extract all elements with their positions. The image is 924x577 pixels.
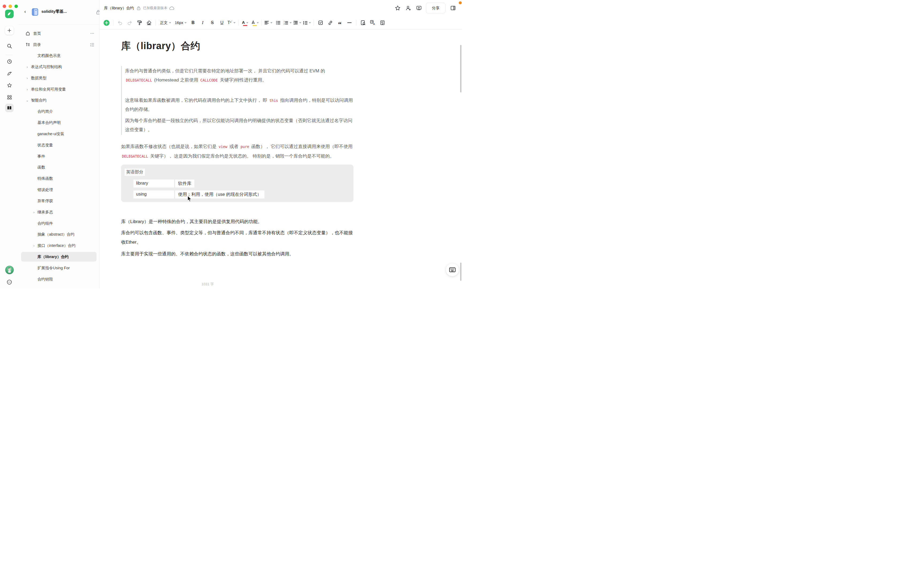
vocab-row: library 软件库 bbox=[133, 179, 194, 187]
scrollbar-thumb[interactable] bbox=[460, 263, 462, 281]
scrollbar-thumb[interactable] bbox=[460, 45, 462, 92]
inline-code: DELEGATECALL bbox=[121, 154, 149, 158]
underline-button[interactable]: U bbox=[217, 18, 227, 27]
font-color-swatch bbox=[243, 25, 247, 26]
sidebar-item-events[interactable]: 事件 bbox=[18, 152, 99, 161]
new-doc-button[interactable] bbox=[5, 26, 14, 35]
sidebar-item-doc-colors[interactable]: 文档颜色示意 bbox=[18, 51, 99, 60]
sidebar-item-home[interactable]: 首页 bbox=[18, 29, 99, 38]
font-size-select[interactable]: 16px bbox=[173, 18, 188, 27]
present-button[interactable] bbox=[414, 3, 424, 13]
sidebar-item-basic-declaration[interactable]: 基本合约声明 bbox=[18, 118, 99, 127]
recent-button[interactable] bbox=[5, 56, 14, 66]
insert-button[interactable] bbox=[102, 18, 111, 27]
highlight-color-button[interactable] bbox=[250, 18, 260, 27]
sidebar-item-state-vars[interactable]: 状态变量 bbox=[18, 140, 99, 150]
chevron-down-icon bbox=[309, 22, 311, 24]
insert-link-button[interactable] bbox=[325, 18, 335, 27]
toolbar-divider bbox=[113, 20, 113, 26]
toc-icon bbox=[26, 42, 30, 47]
back-button[interactable]: ‹ bbox=[24, 9, 26, 15]
bullet-list-button[interactable] bbox=[273, 18, 283, 27]
editor-surface[interactable]: 库（library）合约 库合约与普通合约类似，但是它们只需要在特定的地址部署一… bbox=[121, 30, 354, 259]
chevron-right-icon[interactable]: › bbox=[32, 243, 36, 248]
redo-button[interactable] bbox=[125, 18, 134, 27]
more-circle-icon bbox=[6, 279, 12, 285]
checkbox-icon bbox=[318, 20, 323, 25]
sidebar-item-using-for[interactable]: 扩展指令Using For bbox=[18, 263, 99, 273]
chevron-down-icon[interactable]: ⌄ bbox=[26, 98, 29, 102]
sidebar-item-expressions[interactable]: ›表达式与控制结构 bbox=[18, 62, 99, 72]
apps-button[interactable] bbox=[5, 92, 14, 102]
window-zoom-button[interactable] bbox=[15, 5, 18, 8]
horizontal-rule-button[interactable] bbox=[345, 18, 354, 27]
keyboard-shortcuts-button[interactable] bbox=[446, 263, 459, 276]
notebook-icon bbox=[32, 8, 38, 16]
chevron-down-icon bbox=[299, 22, 301, 24]
window-minimize-button[interactable] bbox=[8, 5, 12, 8]
sidebar-item-contract-intro[interactable]: 合约简介 bbox=[18, 106, 99, 116]
more-icon[interactable] bbox=[90, 31, 95, 36]
bold-button[interactable]: B bbox=[188, 18, 198, 27]
translate-button[interactable]: 字 A bbox=[368, 18, 378, 27]
format-painter-button[interactable] bbox=[134, 18, 144, 27]
vocab-meaning: 使用；利用，使用（use 的现在分词形式） bbox=[175, 190, 265, 198]
indent-button[interactable] bbox=[292, 18, 302, 27]
sidebar-item-error-handling[interactable]: 错误处理 bbox=[18, 185, 99, 195]
paragraph-style-select[interactable]: 正文 bbox=[158, 18, 173, 27]
sidebar-item-ganache-ui[interactable]: ganache-ui安装 bbox=[18, 129, 99, 139]
chevron-right-icon[interactable]: › bbox=[26, 76, 29, 80]
add-collaborator-button[interactable] bbox=[403, 3, 414, 13]
chevron-right-icon[interactable]: › bbox=[26, 87, 29, 91]
sidebar-item-functions[interactable]: 函数 bbox=[18, 163, 99, 172]
format-toolbar: 正文 16px B I S U Tx° A bbox=[99, 16, 462, 30]
help-button[interactable] bbox=[5, 277, 14, 287]
sidebar-item-toc[interactable]: 目录 bbox=[18, 40, 99, 50]
eraser-icon bbox=[146, 20, 152, 25]
numbered-list-button[interactable]: 1 2 bbox=[283, 18, 292, 27]
find-replace-button[interactable] bbox=[358, 18, 368, 27]
sidebar-item-contract-destroy[interactable]: 合约销毁 bbox=[18, 274, 99, 284]
strikethrough-button[interactable]: S bbox=[207, 18, 217, 27]
share-button[interactable]: 分享 bbox=[426, 3, 446, 13]
more-text-format-button[interactable]: Tx° bbox=[227, 18, 236, 27]
sidebar-item-exception-catch[interactable]: 异常俘获 bbox=[18, 196, 99, 206]
sidebar-item-data-types[interactable]: ›数据类型 bbox=[18, 73, 99, 83]
checkbox-list-button[interactable] bbox=[316, 18, 325, 27]
sidebar-item-abstract-contract[interactable]: 抽象（abstract）合约 bbox=[18, 229, 99, 239]
collapse-all-icon[interactable] bbox=[90, 42, 95, 47]
library-tab-active[interactable] bbox=[5, 104, 14, 112]
sidebar-item-contract-components[interactable]: 合约组件 bbox=[18, 219, 99, 228]
doc-proofread-button[interactable] bbox=[378, 18, 387, 27]
sidebar-item-interface-contract[interactable]: ›接口（interface）合约 bbox=[18, 241, 99, 250]
avatar[interactable] bbox=[5, 265, 14, 275]
align-button[interactable] bbox=[263, 18, 273, 27]
font-color-button[interactable]: A bbox=[241, 18, 250, 27]
chevron-down-icon bbox=[257, 22, 259, 24]
favorites-button[interactable] bbox=[5, 81, 14, 90]
clear-format-button[interactable] bbox=[144, 18, 154, 27]
star-document-button[interactable] bbox=[392, 3, 403, 13]
chevron-down-icon bbox=[233, 22, 236, 24]
translate-icon: 字 A bbox=[370, 20, 376, 25]
toggle-panel-button[interactable] bbox=[447, 3, 458, 13]
line-spacing-button[interactable] bbox=[302, 18, 312, 27]
search-button[interactable] bbox=[5, 41, 14, 51]
app-logo[interactable] bbox=[5, 10, 14, 18]
blockquote-button[interactable]: “ bbox=[335, 16, 345, 29]
sidebar-item-smart-contract[interactable]: ⌄智能合约 bbox=[18, 95, 99, 105]
window-close-button[interactable] bbox=[3, 5, 6, 8]
toolbar-divider bbox=[238, 20, 239, 26]
sidebar-item-units-globals[interactable]: ›单位和全局可用变量 bbox=[18, 84, 99, 94]
sidebar-item-library-contract[interactable]: 库（library）合约 bbox=[18, 252, 99, 261]
sidebar-item-inheritance[interactable]: ›继承多态 bbox=[18, 207, 99, 217]
undo-button[interactable] bbox=[115, 18, 125, 27]
chevron-right-icon[interactable]: › bbox=[26, 65, 29, 69]
format-painter-icon bbox=[137, 20, 142, 25]
italic-button[interactable]: I bbox=[198, 18, 207, 27]
sidebar-item-special-functions[interactable]: 特殊函数 bbox=[18, 174, 99, 183]
notes-button[interactable] bbox=[5, 69, 14, 78]
notebook-title[interactable]: solidity零基... bbox=[42, 9, 67, 14]
main-area: 库（library）合约 已加载最新版本 bbox=[99, 0, 462, 288]
chevron-right-icon[interactable]: › bbox=[32, 210, 36, 214]
